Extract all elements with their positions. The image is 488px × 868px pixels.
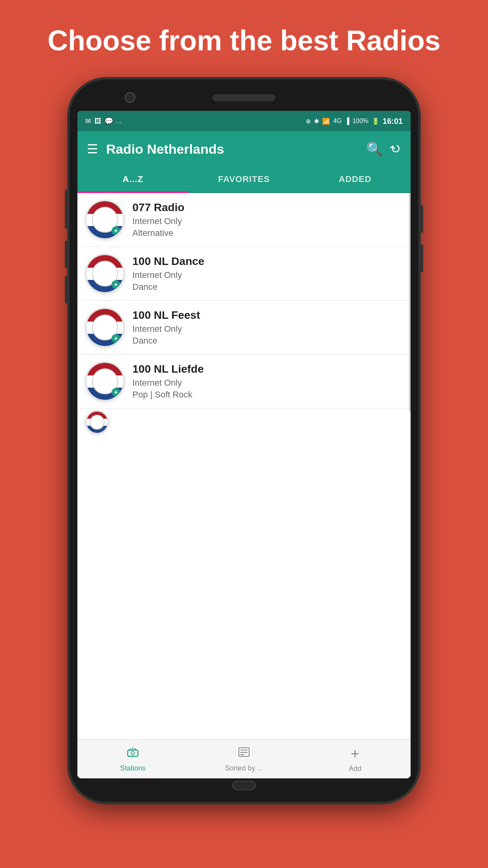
stations-nav-icon — [126, 745, 139, 762]
station-item[interactable]: + 100 NL Dance Internet Only Dance — [77, 247, 411, 301]
station-type-2: Internet Only — [132, 324, 403, 334]
station-name-3: 100 NL Liefde — [132, 363, 403, 375]
status-right-icons: ⊕ ✱ 📶 4G ▐ 100% 🔋 16:01 — [306, 117, 403, 126]
battery-label: 100% — [352, 118, 369, 125]
volume-button-right — [420, 245, 423, 272]
refresh-icon[interactable]: ↻ — [387, 140, 404, 158]
nav-item-sorted[interactable]: Sorted by ... — [189, 739, 300, 778]
gallery-icon: 🖼 — [94, 117, 101, 125]
status-time: 16:01 — [383, 117, 403, 126]
tab-added[interactable]: ADDED — [299, 167, 411, 192]
phone-speaker — [213, 94, 275, 101]
station-genre-0: Alternative — [132, 228, 403, 238]
station-name-0: 077 Radio — [132, 201, 403, 214]
search-icon[interactable]: 🔍 — [366, 141, 383, 157]
station-flag-1: + — [85, 254, 125, 293]
home-button[interactable] — [232, 781, 256, 790]
nav-item-stations[interactable]: Stations — [77, 739, 189, 778]
tab-favorites[interactable]: FAVORITES — [189, 167, 300, 192]
signal-strength-icon: ▐ — [345, 118, 349, 125]
page-headline: Choose from the best Radios — [16, 0, 472, 77]
menu-icon[interactable]: ☰ — [87, 142, 98, 156]
station-flag-0: + — [85, 200, 125, 239]
phone-screen: ✉ 🖼 💬 ... ⊕ ✱ 📶 4G ▐ 100% 🔋 16:01 ☰ Radi… — [77, 111, 411, 778]
station-flag-2: + — [85, 308, 125, 347]
station-type-0: Internet Only — [132, 216, 403, 226]
station-list: + 077 Radio Internet Only Alternative + — [77, 193, 411, 739]
power-button — [420, 205, 423, 233]
status-left-icons: ✉ 🖼 💬 ... — [85, 117, 121, 125]
flag-inner-circle — [90, 415, 105, 430]
tab-az[interactable]: A...Z — [77, 167, 189, 192]
station-genre-1: Dance — [132, 282, 403, 292]
stations-nav-label: Stations — [120, 764, 146, 772]
network-type-label: 4G — [333, 118, 341, 125]
station-item[interactable]: + 077 Radio Internet Only Alternative — [77, 193, 411, 247]
bluetooth-icon: ✱ — [314, 118, 319, 125]
camera-button — [65, 276, 68, 303]
station-info-3: 100 NL Liefde Internet Only Pop | Soft R… — [132, 363, 403, 400]
tabs-bar: A...Z FAVORITES ADDED — [77, 167, 411, 193]
nav-item-add[interactable]: + Add — [299, 739, 411, 778]
station-type-3: Internet Only — [132, 378, 403, 388]
sorted-nav-label: Sorted by ... — [225, 764, 263, 772]
volume-up-button — [65, 189, 68, 229]
app-title: Radio Netherlands — [106, 142, 358, 157]
station-info-1: 100 NL Dance Internet Only Dance — [132, 255, 403, 292]
station-info-0: 077 Radio Internet Only Alternative — [132, 201, 403, 238]
volume-down-button — [65, 241, 68, 268]
status-bar: ✉ 🖼 💬 ... ⊕ ✱ 📶 4G ▐ 100% 🔋 16:01 — [77, 111, 411, 131]
phone-mockup: ✉ 🖼 💬 ... ⊕ ✱ 📶 4G ▐ 100% 🔋 16:01 ☰ Radi… — [67, 77, 421, 804]
station-type-1: Internet Only — [132, 270, 403, 280]
gmail-icon: ✉ — [85, 117, 91, 125]
station-genre-2: Dance — [132, 336, 403, 346]
station-flag-4 — [85, 410, 109, 434]
wifi-icon: 📶 — [322, 118, 330, 125]
svg-rect-0 — [128, 750, 138, 756]
station-name-1: 100 NL Dance — [132, 255, 403, 268]
add-nav-label: Add — [349, 765, 361, 773]
whatsapp-icon: 💬 — [105, 117, 113, 125]
more-notifications-icon: ... — [116, 118, 121, 125]
station-info-2: 100 NL Feest Internet Only Dance — [132, 309, 403, 346]
station-item[interactable]: + 100 NL Feest Internet Only Dance — [77, 301, 411, 355]
phone-camera — [125, 92, 136, 103]
station-genre-3: Pop | Soft Rock — [132, 390, 403, 400]
station-item[interactable]: + 100 NL Liefde Internet Only Pop | Soft… — [77, 355, 411, 408]
location-icon: ⊕ — [306, 118, 311, 125]
station-flag-3: + — [85, 362, 125, 401]
add-nav-icon: + — [351, 745, 360, 762]
station-name-2: 100 NL Feest — [132, 309, 403, 322]
app-bar: ☰ Radio Netherlands 🔍 ↻ — [77, 131, 411, 167]
scrollbar[interactable] — [409, 193, 411, 412]
bottom-nav: Stations Sorted by ... + Add — [77, 739, 411, 778]
battery-icon: 🔋 — [372, 118, 380, 125]
station-item-partial[interactable] — [77, 408, 411, 436]
svg-point-1 — [131, 752, 134, 755]
sorted-nav-icon — [237, 745, 251, 762]
